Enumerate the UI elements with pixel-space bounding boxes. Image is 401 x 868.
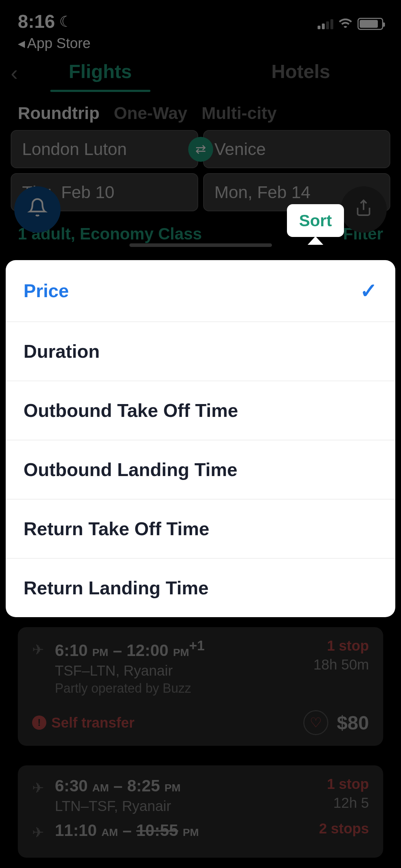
sort-option-label: Duration — [24, 341, 100, 362]
sort-option-outbound-takeoff[interactable]: Outbound Take Off Time — [6, 381, 395, 440]
sort-button[interactable]: Sort — [287, 204, 344, 237]
sort-option-duration[interactable]: Duration — [6, 322, 395, 381]
sort-option-return-landing[interactable]: Return Landing Time — [6, 559, 395, 617]
sort-option-label: Price — [24, 280, 69, 301]
sort-popover: Price ✓ Duration Outbound Take Off Time … — [6, 260, 395, 617]
sort-option-label: Return Take Off Time — [24, 518, 209, 539]
sort-option-label: Outbound Landing Time — [24, 459, 237, 480]
checkmark-icon: ✓ — [360, 279, 377, 303]
sort-option-outbound-landing[interactable]: Outbound Landing Time — [6, 440, 395, 500]
sort-option-price[interactable]: Price ✓ — [6, 260, 395, 322]
sort-option-label: Outbound Take Off Time — [24, 400, 238, 421]
sort-option-return-takeoff[interactable]: Return Take Off Time — [6, 500, 395, 559]
sort-option-label: Return Landing Time — [24, 577, 209, 599]
